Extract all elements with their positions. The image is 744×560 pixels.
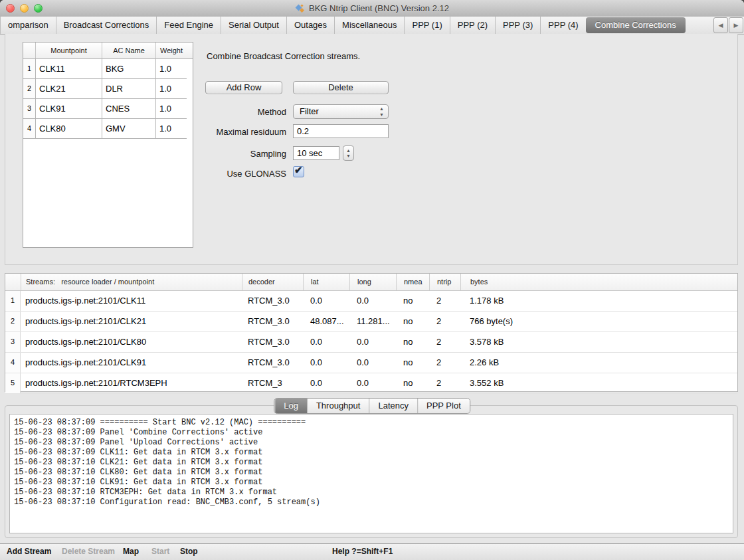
header-nmea: nmea <box>396 274 429 290</box>
main-tab[interactable]: Feed Engine <box>156 17 221 34</box>
header-mountpoint: Mountpoint <box>35 43 102 58</box>
main-tab[interactable]: PPP (4) <box>540 17 585 34</box>
toolbar-action[interactable]: Start <box>151 547 169 556</box>
stream-row[interactable]: 2 products.igs-ip.net:2101/CLK21 RTCM_3.… <box>5 312 737 332</box>
help-shortcut-label: Help ?=Shift+F1 <box>332 547 393 556</box>
main-tab[interactable]: PPP (1) <box>404 17 449 34</box>
cell-long[interactable]: 0.0 <box>349 291 396 311</box>
window-title: BKG Ntrip Client (BNC) Version 2.12 <box>309 3 449 13</box>
log-output[interactable]: 15-06-23 08:37:09 ========== Start BNC v… <box>9 414 733 533</box>
cell-long[interactable]: 0.0 <box>349 332 396 352</box>
max-residuum-input[interactable]: 0.2 <box>293 124 389 138</box>
cell-long[interactable]: 0.0 <box>349 353 396 373</box>
cell-lat[interactable]: 0.0 <box>303 332 349 352</box>
cell-decoder[interactable]: RTCM_3.0 <box>242 353 303 373</box>
use-glonass-checkbox[interactable] <box>293 166 304 177</box>
cell-ac-name[interactable]: GMV <box>102 119 155 139</box>
cell-lat[interactable]: 0.0 <box>303 353 349 373</box>
cell-nmea[interactable]: no <box>396 312 429 331</box>
main-tab[interactable]: PPP (3) <box>495 17 540 34</box>
cell-lat[interactable]: 48.087... <box>303 312 349 331</box>
cell-mountpoint[interactable]: CLK91 <box>35 99 102 119</box>
cell-mountpoint[interactable]: CLK11 <box>35 59 102 79</box>
panel-description: Combine Broadcast Correction streams. <box>207 51 360 61</box>
cell-decoder[interactable]: RTCM_3.0 <box>242 332 303 352</box>
tab-scroll-left-button[interactable]: ◀ <box>713 17 728 33</box>
cell-stream[interactable]: products.igs-ip.net:2101/CLK91 <box>21 353 242 373</box>
cell-stream[interactable]: products.igs-ip.net:2101/CLK80 <box>21 332 242 352</box>
main-tab[interactable]: Miscellaneous <box>334 17 404 34</box>
combination-table-row[interactable]: 1 CLK11 BKG 1.0 <box>23 59 193 79</box>
main-tab[interactable]: Outages <box>286 17 334 34</box>
cell-mountpoint[interactable]: CLK21 <box>35 79 102 99</box>
stream-row[interactable]: 5 products.igs-ip.net:2101/RTCM3EPH RTCM… <box>5 373 737 394</box>
toolbar-action[interactable]: Add Stream <box>7 547 51 556</box>
cell-lat[interactable]: 0.0 <box>303 373 349 393</box>
row-number: 4 <box>5 353 21 373</box>
cell-bytes[interactable]: 3.552 kB <box>460 373 737 393</box>
cell-ntrip[interactable]: 2 <box>429 291 460 311</box>
sampling-label: Sampling <box>167 149 286 159</box>
cell-nmea[interactable]: no <box>396 291 429 311</box>
stream-row[interactable]: 3 products.igs-ip.net:2101/CLK80 RTCM_3.… <box>5 332 737 353</box>
log-tab[interactable]: Throughput <box>307 399 369 413</box>
sampling-input[interactable]: 10 sec <box>293 146 339 160</box>
cell-ac-name[interactable]: CNES <box>102 99 155 119</box>
cell-bytes[interactable]: 1.178 kB <box>460 291 737 311</box>
title-bar[interactable]: BKG Ntrip Client (BNC) Version 2.12 <box>0 0 744 17</box>
delete-button[interactable]: Delete <box>293 81 389 94</box>
cell-bytes[interactable]: 766 byte(s) <box>460 312 737 331</box>
cell-lat[interactable]: 0.0 <box>303 291 349 311</box>
method-dropdown[interactable]: Filter ▲▼ <box>293 104 389 119</box>
stream-row[interactable]: 4 products.igs-ip.net:2101/CLK91 RTCM_3.… <box>5 353 737 373</box>
add-row-button[interactable]: Add Row <box>205 81 282 94</box>
header-ntrip: ntrip <box>429 274 460 290</box>
cell-decoder[interactable]: RTCM_3.0 <box>242 312 303 331</box>
log-line: 15-06-23 08:37:09 Panel 'Upload Correcti… <box>14 438 733 448</box>
cell-ntrip[interactable]: 2 <box>429 332 460 352</box>
cell-weight[interactable]: 1.0 <box>155 59 187 79</box>
combination-table[interactable]: Mountpoint AC Name Weight 1 CLK11 BKG 1.… <box>23 42 193 248</box>
main-tab[interactable]: Serial Output <box>221 17 286 34</box>
main-tab[interactable]: Broadcast Corrections <box>56 17 157 34</box>
combination-table-header: Mountpoint AC Name Weight <box>23 43 193 59</box>
cell-stream[interactable]: products.igs-ip.net:2101/CLK11 <box>21 291 242 311</box>
main-tab[interactable]: Combine Corrections <box>586 17 686 33</box>
cell-stream[interactable]: products.igs-ip.net:2101/CLK21 <box>21 312 242 331</box>
streams-table[interactable]: Streams: resource loader / mountpoint de… <box>5 273 738 392</box>
combination-table-row[interactable]: 2 CLK21 DLR 1.0 <box>23 79 193 99</box>
log-tab[interactable]: Log <box>274 399 307 413</box>
cell-weight[interactable]: 1.0 <box>155 79 187 99</box>
cell-decoder[interactable]: RTCM_3.0 <box>242 291 303 311</box>
cell-mountpoint[interactable]: CLK80 <box>35 119 102 139</box>
toolbar-action[interactable]: Delete Stream <box>62 547 115 556</box>
cell-ntrip[interactable]: 2 <box>429 312 460 331</box>
stream-row[interactable]: 1 products.igs-ip.net:2101/CLK11 RTCM_3.… <box>5 291 737 312</box>
toolbar-action[interactable]: Map <box>123 547 139 556</box>
cell-stream[interactable]: products.igs-ip.net:2101/RTCM3EPH <box>21 373 242 393</box>
header-long: long <box>349 274 396 290</box>
main-tab[interactable]: PPP (2) <box>450 17 495 34</box>
cell-ntrip[interactable]: 2 <box>429 353 460 373</box>
cell-ntrip[interactable]: 2 <box>429 373 460 393</box>
log-tab[interactable]: PPP Plot <box>417 399 470 413</box>
cell-nmea[interactable]: no <box>396 373 429 393</box>
log-line: 15-06-23 08:37:10 CLK80: Get data in RTC… <box>14 468 733 478</box>
tab-scroll-right-button[interactable]: ▶ <box>729 17 743 33</box>
cell-ac-name[interactable]: BKG <box>102 59 155 79</box>
cell-decoder[interactable]: RTCM_3 <box>242 373 303 393</box>
main-tab[interactable]: omparison <box>0 17 56 34</box>
cell-nmea[interactable]: no <box>396 353 429 373</box>
log-line: 15-06-23 08:37:10 RTCM3EPH: Get data in … <box>14 488 733 498</box>
bottom-toolbar: Add StreamDelete StreamMapStartStop Help… <box>0 543 744 560</box>
cell-ac-name[interactable]: DLR <box>102 79 155 99</box>
log-tab[interactable]: Latency <box>369 399 417 413</box>
cell-bytes[interactable]: 2.26 kB <box>460 353 737 373</box>
streams-table-header: Streams: resource loader / mountpoint de… <box>5 274 737 291</box>
cell-nmea[interactable]: no <box>396 332 429 352</box>
cell-long[interactable]: 11.281... <box>349 312 396 331</box>
sampling-stepper[interactable]: ▲▼ <box>343 145 354 161</box>
toolbar-action[interactable]: Stop <box>180 547 198 556</box>
cell-long[interactable]: 0.0 <box>349 373 396 393</box>
cell-bytes[interactable]: 3.578 kB <box>460 332 737 352</box>
